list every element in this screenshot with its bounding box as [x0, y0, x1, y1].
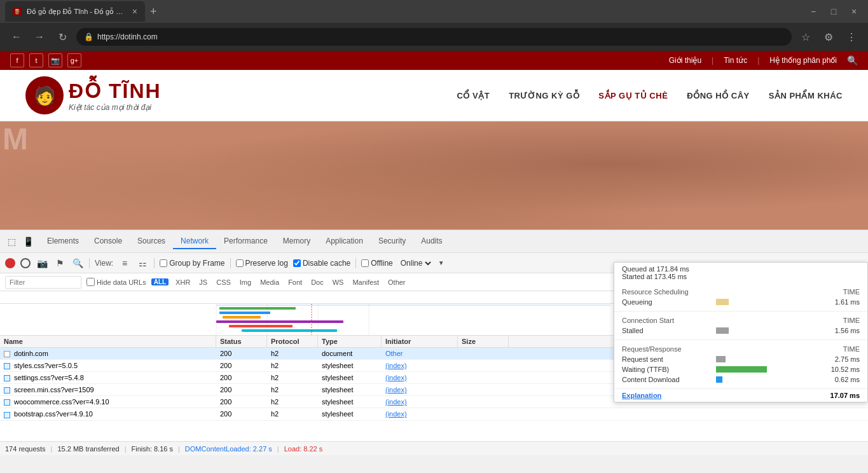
hide-data-urls-label[interactable]: Hide data URLs [86, 278, 146, 286]
maximize-button[interactable]: □ [825, 3, 843, 20]
forward-button[interactable]: → [31, 28, 48, 46]
logo-text: ĐỖ TĨNH Kiệt tác của mọi thời đại [69, 79, 162, 112]
toolbar-divider [89, 258, 90, 268]
row-initiator[interactable]: (index) [382, 408, 458, 420]
filter-input[interactable] [5, 276, 81, 289]
throttle-select[interactable]: Online [398, 258, 433, 268]
tab-console[interactable]: Console [86, 234, 130, 249]
filter-other[interactable]: Other [386, 278, 408, 287]
filter-manifest[interactable]: Manifest [350, 278, 381, 287]
filter-img[interactable]: Img [238, 278, 253, 287]
svg-rect-5 [219, 312, 270, 314]
inspect-icon[interactable]: ⬚ [5, 235, 18, 248]
filter-js[interactable]: JS [197, 278, 209, 287]
star-button[interactable]: ☆ [797, 28, 815, 46]
distribution-link[interactable]: Hệ thống phân phối [769, 56, 837, 65]
menu-button[interactable]: ⋮ [843, 28, 860, 46]
queued-at: Queued at 171.84 ms [622, 265, 860, 273]
row-type: stylesheet [318, 360, 382, 371]
size-header[interactable]: Size [458, 336, 509, 347]
svg-rect-6 [223, 316, 261, 319]
nav-co-vat[interactable]: CỔ VẬT [457, 91, 490, 100]
logo-title: ĐỖ TĨNH [69, 79, 162, 103]
row-status: 200 [216, 408, 267, 420]
group-by-frame-checkbox[interactable] [160, 259, 167, 267]
instagram-icon[interactable]: 📷 [48, 53, 62, 67]
preserve-log-label[interactable]: Preserve log [236, 259, 288, 268]
row-status: 200 [216, 384, 267, 395]
nav-san-pham-khac[interactable]: SẢN PHẨM KHÁC [769, 91, 843, 100]
nav-sap-gu-tu-che[interactable]: SẮP GỤ TỦ CHÈ [598, 91, 668, 100]
tab-bar: 🪵 Đồ gỗ đẹp Đỗ Tĩnh - Đồ gỗ mỹ ... × + −… [0, 0, 868, 23]
facebook-icon[interactable]: f [10, 53, 24, 67]
type-header[interactable]: Type [318, 336, 382, 347]
filter-button[interactable]: ⚑ [53, 257, 66, 270]
filter-font[interactable]: Font [286, 278, 304, 287]
filter-doc[interactable]: Doc [309, 278, 326, 287]
news-link[interactable]: Tin tức [724, 56, 747, 65]
toolbar-divider-4 [355, 258, 356, 268]
tab-audits[interactable]: Audits [413, 234, 450, 249]
row-initiator[interactable]: (index) [382, 396, 458, 408]
tab-performance[interactable]: Performance [216, 234, 275, 249]
tab-application[interactable]: Application [318, 234, 371, 249]
stalled-bar [716, 327, 810, 334]
google-plus-icon[interactable]: g+ [67, 53, 81, 67]
minimize-button[interactable]: − [804, 3, 822, 20]
close-tab-button[interactable]: × [132, 6, 137, 17]
row-size [458, 372, 509, 383]
disable-cache-label[interactable]: Disable cache [293, 259, 350, 268]
tab-security[interactable]: Security [371, 234, 413, 249]
filter-xhr[interactable]: XHR [174, 278, 192, 287]
reload-button[interactable]: ↻ [53, 28, 71, 46]
all-filter-badge[interactable]: ALL [151, 278, 169, 285]
status-header[interactable]: Status [216, 336, 267, 347]
top-bar: f t 📷 g+ Giới thiệu | Tin tức | Hệ thống… [0, 51, 868, 70]
intro-link[interactable]: Giới thiệu [669, 56, 701, 65]
search-icon-top[interactable]: 🔍 [847, 55, 858, 65]
new-tab-button[interactable]: + [148, 3, 160, 21]
initiator-header[interactable]: Initiator [382, 336, 458, 347]
tab-memory[interactable]: Memory [275, 234, 318, 249]
address-box[interactable]: 🔒 https://dotinh.com [76, 28, 792, 46]
record-button[interactable] [5, 258, 15, 268]
twitter-icon[interactable]: t [29, 53, 43, 67]
back-button[interactable]: ← [8, 28, 25, 46]
tab-sources[interactable]: Sources [130, 234, 173, 249]
nav-truong-ky-go[interactable]: TRƯỜNG KỲ GỖ [509, 91, 579, 100]
protocol-header[interactable]: Protocol [267, 336, 318, 347]
table-row[interactable]: bootstrap.css?ver=4.9.10 200 h2 styleshe… [0, 408, 868, 420]
offline-label[interactable]: Offline [361, 259, 392, 268]
name-header[interactable]: Name [0, 336, 216, 347]
row-initiator[interactable]: (index) [382, 372, 458, 383]
tab-elements[interactable]: Elements [39, 234, 86, 249]
clear-button[interactable] [20, 258, 31, 268]
camera-button[interactable]: 📷 [36, 257, 48, 270]
close-button[interactable]: × [845, 3, 863, 20]
browser-tab[interactable]: 🪵 Đồ gỗ đẹp Đỗ Tĩnh - Đồ gỗ mỹ ... × [5, 1, 145, 22]
resource-scheduling-label: Resource Scheduling [622, 288, 689, 296]
filter-types: XHR JS CSS Img Media Font Doc WS Manifes… [174, 278, 407, 287]
filter-media[interactable]: Media [258, 278, 281, 287]
filter-css[interactable]: CSS [214, 278, 233, 287]
stalled-label: Stalled [622, 327, 711, 334]
hide-data-urls-checkbox[interactable] [86, 278, 95, 286]
preserve-log-checkbox[interactable] [236, 259, 244, 267]
waterfall-view-icon[interactable]: ⚏ [136, 257, 149, 270]
group-by-frame-label[interactable]: Group by Frame [160, 259, 224, 268]
row-initiator[interactable]: (index) [382, 384, 458, 395]
row-initiator[interactable]: (index) [382, 360, 458, 371]
throttle-dropdown-icon[interactable]: ▼ [438, 259, 444, 266]
device-icon[interactable]: 📱 [22, 235, 34, 248]
logo-subtitle: Kiệt tác của mọi thời đại [69, 103, 162, 112]
nav-dong-ho-cay[interactable]: ĐỒNG HỒ CÂY [687, 91, 749, 100]
offline-checkbox[interactable] [361, 259, 369, 267]
search-network-button[interactable]: 🔍 [71, 257, 84, 270]
row-status: 200 [216, 348, 267, 359]
explanation-link[interactable]: Explanation [622, 392, 661, 399]
settings-button[interactable]: ⚙ [820, 28, 837, 46]
tab-network[interactable]: Network [173, 234, 216, 249]
list-view-icon[interactable]: ≡ [118, 257, 131, 270]
disable-cache-checkbox[interactable] [293, 259, 301, 267]
filter-ws[interactable]: WS [331, 278, 346, 287]
